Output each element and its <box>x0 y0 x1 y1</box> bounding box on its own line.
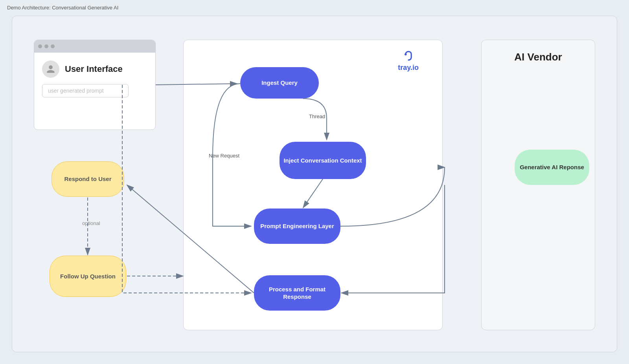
node-prompt-engineering: Prompt Engineering Layer <box>254 209 340 244</box>
label-new-request: New Request <box>209 153 239 159</box>
main-container: User Interface user generated prompt tra… <box>12 16 617 352</box>
node-ingest-query: Ingest Query <box>240 67 319 99</box>
tray-logo-icon <box>401 49 416 63</box>
ui-title: User Interface <box>65 64 123 74</box>
ai-vendor-title: AI Vendor <box>482 51 595 63</box>
page-title: Demo Architecture: Conversational Genera… <box>7 5 118 11</box>
svg-point-0 <box>405 53 406 55</box>
ui-header: User Interface <box>42 60 147 78</box>
node-generative-ai: Generative AI Reponse <box>515 150 589 185</box>
label-thread: Thread <box>309 113 325 119</box>
tray-logo: tray.io <box>398 49 419 72</box>
titlebar-dot-1 <box>38 44 42 48</box>
user-icon <box>46 64 55 74</box>
ui-titlebar <box>34 40 155 53</box>
node-inject-context: Inject Conversation Context <box>280 142 366 179</box>
label-optional: optional <box>82 220 100 226</box>
node-followup-question: Follow Up Question <box>50 256 126 297</box>
avatar <box>42 60 59 78</box>
ui-content: User Interface user generated prompt <box>34 53 155 104</box>
tray-logo-text: tray.io <box>398 64 419 72</box>
ui-interface-box: User Interface user generated prompt <box>34 40 156 130</box>
titlebar-dot-2 <box>44 44 48 48</box>
node-process-response: Process and Format Response <box>254 275 340 311</box>
ai-vendor-section: AI Vendor <box>481 40 595 330</box>
titlebar-dot-3 <box>51 44 55 48</box>
node-respond-user: Respond to User <box>51 161 124 197</box>
prompt-input-display[interactable]: user generated prompt <box>42 84 129 97</box>
